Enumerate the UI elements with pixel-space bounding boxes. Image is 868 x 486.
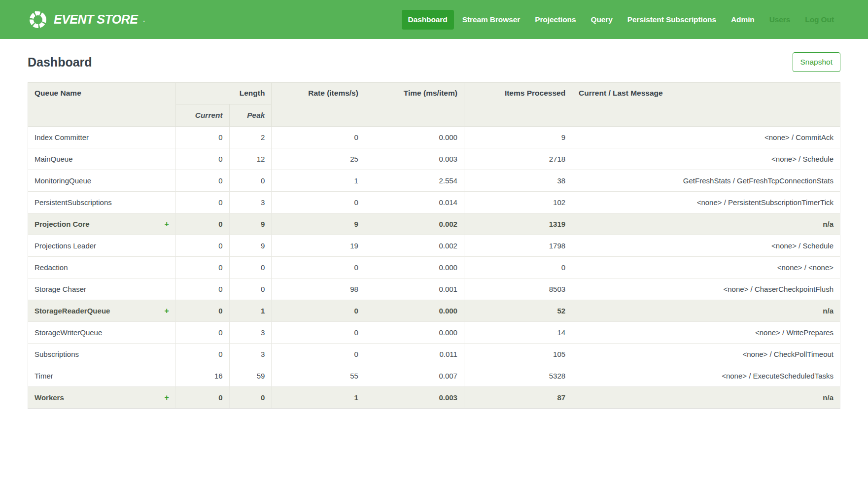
time-cell: 0.000 [365,257,464,278]
current-length-cell: 0 [175,213,229,235]
table-row: Storage Chaser 0 0 98 0.001 8503 <none> … [28,278,840,300]
time-cell: 2.554 [365,170,464,192]
items-processed-cell: 87 [464,387,572,409]
current-length-cell: 0 [175,148,229,170]
queue-name-cell: + Projection Core [28,213,176,235]
rate-cell: 0 [272,127,365,148]
queue-name-cell: Timer [28,365,176,387]
queue-name-cell: PersistentSubscriptions [28,192,176,213]
table-row: + Workers 0 0 1 0.003 87 n/a [28,387,840,409]
plus-icon[interactable]: + [165,393,169,402]
rate-cell: 19 [272,235,365,257]
peak-length-cell: 0 [229,278,272,300]
nav-item-dashboard[interactable]: Dashboard [402,10,454,30]
current-length-cell: 0 [175,257,229,278]
current-length-cell: 16 [175,365,229,387]
column-header-items-processed: Items Processed [464,83,572,127]
column-header-peak: Peak [229,104,272,127]
queue-name-cell: MonitoringQueue [28,170,176,192]
queue-name: Subscriptions [35,350,79,358]
message-cell: n/a [572,213,840,235]
title-row: Dashboard Snapshot [28,52,840,72]
message-cell: <none> / ChaserCheckpointFlush [572,278,840,300]
rate-cell: 55 [272,365,365,387]
queues-table-body: Index Committer 0 2 0 0.000 9 <none> / C… [28,127,840,409]
nav-item-label: Admin [731,15,755,24]
queue-name: MonitoringQueue [35,176,91,185]
current-length-cell: 0 [175,192,229,213]
rate-cell: 0 [272,300,365,322]
rate-cell: 1 [272,170,365,192]
items-processed-cell: 8503 [464,278,572,300]
table-row: PersistentSubscriptions 0 3 0 0.014 102 … [28,192,840,213]
queue-name: Storage Chaser [35,285,86,293]
queue-name: StorageReaderQueue [35,307,110,315]
nav-item-persistent-subscriptions[interactable]: Persistent Subscriptions [621,10,723,30]
current-length-cell: 0 [175,127,229,148]
message-cell: <none> / WritePrepares [572,322,840,344]
event-store-logo-icon [28,9,48,30]
time-cell: 0.000 [365,127,464,148]
nav-item-label: Dashboard [408,15,448,24]
current-length-cell: 0 [175,322,229,344]
peak-length-cell: 9 [229,213,272,235]
peak-length-cell: 59 [229,365,272,387]
time-cell: 0.001 [365,278,464,300]
snapshot-button[interactable]: Snapshot [793,52,841,72]
rate-cell: 98 [272,278,365,300]
queue-name: Redaction [35,263,68,272]
queue-name-cell: StorageWriterQueue [28,322,176,344]
items-processed-cell: 38 [464,170,572,192]
queue-name-cell: + StorageReaderQueue [28,300,176,322]
column-header-message: Current / Last Message [572,83,840,127]
nav-item-stream-browser[interactable]: Stream Browser [456,10,526,30]
column-header-queue-name: Queue Name [28,83,176,127]
items-processed-cell: 2718 [464,148,572,170]
plus-icon[interactable]: + [165,307,169,315]
page-title: Dashboard [28,55,92,69]
peak-length-cell: 0 [229,257,272,278]
nav-item-label: Persistent Subscriptions [627,15,716,24]
queue-name: Projections Leader [35,242,96,250]
queue-name: Projection Core [35,220,90,228]
event-store-brand[interactable]: EVENT STORE . [28,9,145,30]
message-cell: n/a [572,300,840,322]
nav-item-admin[interactable]: Admin [725,10,761,30]
plus-icon[interactable]: + [165,220,169,229]
queue-name-cell: MainQueue [28,148,176,170]
items-processed-cell: 1319 [464,213,572,235]
queue-name: PersistentSubscriptions [35,198,112,207]
message-cell: <none> / CommitAck [572,127,840,148]
queues-table: Queue Name Length Rate (items/s) Time (m… [28,82,840,409]
table-row: Subscriptions 0 3 0 0.011 105 <none> / C… [28,344,840,365]
current-length-cell: 0 [175,235,229,257]
table-row: MainQueue 0 12 25 0.003 2718 <none> / Sc… [28,148,840,170]
queue-name: Workers [35,393,64,402]
peak-length-cell: 3 [229,192,272,213]
nav-item-users[interactable]: Users [763,10,797,30]
nav-item-projections[interactable]: Projections [528,10,582,30]
message-cell: <none> / PersistentSubscriptionTimerTick [572,192,840,213]
column-header-current: Current [175,104,229,127]
items-processed-cell: 5328 [464,365,572,387]
time-cell: 0.002 [365,235,464,257]
message-cell: <none> / ExecuteScheduledTasks [572,365,840,387]
time-cell: 0.000 [365,322,464,344]
rate-cell: 0 [272,344,365,365]
top-navigation-bar: EVENT STORE . Dashboard Stream Browser P… [0,0,868,39]
message-cell: n/a [572,387,840,409]
nav-item-label: Log Out [805,15,834,24]
peak-length-cell: 3 [229,322,272,344]
items-processed-cell: 0 [464,257,572,278]
queue-name-cell: Index Committer [28,127,176,148]
current-length-cell: 0 [175,300,229,322]
nav-item-query[interactable]: Query [584,10,619,30]
rate-cell: 0 [272,192,365,213]
current-length-cell: 0 [175,387,229,409]
time-cell: 0.003 [365,148,464,170]
table-row: + Projection Core 0 9 9 0.002 1319 n/a [28,213,840,235]
message-cell: <none> / <none> [572,257,840,278]
nav-item-label: Users [769,15,791,24]
nav-item-log-out[interactable]: Log Out [799,10,840,30]
items-processed-cell: 1798 [464,235,572,257]
